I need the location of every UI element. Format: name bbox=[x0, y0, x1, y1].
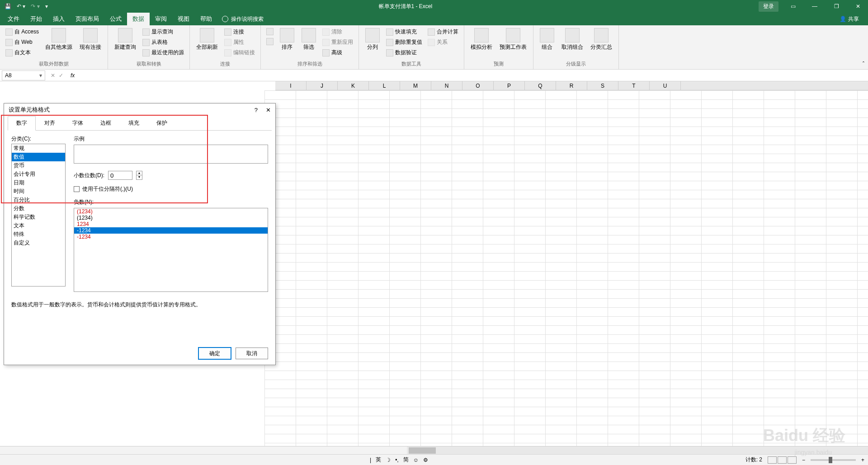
redo-icon[interactable]: ↷ ▾ bbox=[31, 3, 39, 9]
category-item[interactable]: 分数 bbox=[12, 204, 65, 213]
undo-icon[interactable]: ↶ ▾ bbox=[17, 3, 25, 9]
ime-punct-icon[interactable]: •, bbox=[395, 457, 399, 463]
ime-moon-icon[interactable]: ☽ bbox=[386, 457, 391, 463]
data-validation-button[interactable]: 数据验证 bbox=[384, 48, 424, 57]
sort-desc-button[interactable] bbox=[264, 37, 275, 46]
name-box[interactable]: A8▾ bbox=[2, 70, 45, 80]
tab-review[interactable]: 审阅 bbox=[150, 13, 172, 25]
remove-duplicates-button[interactable]: 删除重复值 bbox=[384, 38, 424, 47]
dialog-help-button[interactable]: ? bbox=[255, 107, 258, 113]
category-item[interactable]: 时间 bbox=[12, 187, 65, 196]
column-header[interactable]: P bbox=[494, 81, 525, 90]
zoom-slider[interactable] bbox=[811, 459, 856, 461]
negatives-list[interactable]: (1234)(1234)1234-1234-1234 bbox=[74, 208, 268, 292]
minimize-icon[interactable]: — bbox=[805, 0, 825, 13]
from-access-button[interactable]: 自 Access bbox=[4, 27, 41, 37]
ime-emoji-icon[interactable]: ☺ bbox=[413, 457, 419, 463]
column-header[interactable]: L bbox=[369, 81, 400, 90]
new-query-button[interactable]: 新建查询 bbox=[112, 27, 139, 52]
column-header[interactable]: J bbox=[307, 81, 338, 90]
from-web-button[interactable]: 自 Web bbox=[4, 38, 41, 47]
dialog-title-bar[interactable]: 设置单元格格式 ? ✕ bbox=[4, 103, 275, 116]
ribbon-options-icon[interactable]: ▭ bbox=[783, 0, 803, 13]
maximize-icon[interactable]: ❐ bbox=[826, 0, 846, 13]
fx-icon[interactable]: fx bbox=[67, 72, 78, 79]
scroll-thumb[interactable] bbox=[409, 447, 436, 454]
recent-sources-button[interactable]: 最近使用的源 bbox=[141, 48, 186, 57]
spinner-up-icon[interactable]: ▲ bbox=[137, 171, 142, 175]
properties-button[interactable]: 属性 bbox=[222, 38, 257, 47]
column-header[interactable]: O bbox=[462, 81, 494, 90]
zoom-in-button[interactable]: + bbox=[861, 457, 864, 463]
tab-fill[interactable]: 填充 bbox=[120, 116, 148, 130]
column-header[interactable]: U bbox=[650, 81, 681, 90]
negative-format-item[interactable]: -1234 bbox=[74, 227, 268, 234]
group-button[interactable]: 组合 bbox=[537, 27, 557, 52]
category-item[interactable]: 特殊 bbox=[12, 230, 65, 239]
column-header[interactable]: N bbox=[431, 81, 462, 90]
column-header[interactable]: R bbox=[556, 81, 587, 90]
collapse-ribbon-icon[interactable]: ˆ bbox=[863, 61, 864, 67]
tab-home[interactable]: 开始 bbox=[25, 13, 47, 25]
ungroup-button[interactable]: 取消组合 bbox=[559, 27, 586, 52]
spinner-down-icon[interactable]: ▼ bbox=[137, 175, 142, 179]
category-item[interactable]: 自定义 bbox=[12, 239, 65, 247]
connections-button[interactable]: 连接 bbox=[222, 27, 257, 37]
negative-format-item[interactable]: 1234 bbox=[74, 221, 268, 227]
negative-format-item[interactable]: -1234 bbox=[74, 234, 268, 240]
category-item[interactable]: 会计专用 bbox=[12, 170, 65, 178]
horizontal-scrollbar[interactable] bbox=[0, 446, 868, 454]
negative-format-item[interactable]: (1234) bbox=[74, 208, 268, 215]
tab-insert[interactable]: 插入 bbox=[47, 13, 70, 25]
reapply-button[interactable]: 重新应用 bbox=[321, 38, 355, 47]
subtotal-button[interactable]: 分类汇总 bbox=[588, 27, 615, 52]
thousands-checkbox[interactable] bbox=[74, 186, 80, 192]
refresh-all-button[interactable]: 全部刷新 bbox=[193, 27, 221, 52]
from-text-button[interactable]: 自文本 bbox=[4, 48, 41, 57]
qat-dropdown-icon[interactable]: ▾ bbox=[45, 3, 48, 9]
from-table-button[interactable]: 从表格 bbox=[141, 38, 186, 47]
category-item[interactable]: 货币 bbox=[12, 161, 65, 170]
tab-formulas[interactable]: 公式 bbox=[104, 13, 127, 25]
filter-button[interactable]: 筛选 bbox=[299, 27, 319, 52]
category-item[interactable]: 文本 bbox=[12, 221, 65, 230]
existing-connections-button[interactable]: 现有连接 bbox=[77, 27, 104, 52]
advanced-filter-button[interactable]: 高级 bbox=[321, 48, 355, 57]
page-layout-view-button[interactable] bbox=[778, 456, 787, 464]
relationships-button[interactable]: 关系 bbox=[426, 38, 460, 47]
tab-protection[interactable]: 保护 bbox=[148, 116, 176, 130]
what-if-button[interactable]: 模拟分析 bbox=[468, 27, 495, 52]
zoom-out-button[interactable]: − bbox=[802, 457, 805, 463]
category-list[interactable]: 常规数值货币会计专用日期时间百分比分数科学记数文本特殊自定义 bbox=[11, 144, 66, 287]
save-icon[interactable]: 💾 bbox=[5, 3, 11, 9]
column-header[interactable]: T bbox=[618, 81, 650, 90]
column-header[interactable]: S bbox=[587, 81, 618, 90]
tab-data[interactable]: 数据 bbox=[127, 13, 150, 25]
ime-simp[interactable]: 简 bbox=[403, 456, 409, 463]
dialog-close-button[interactable]: ✕ bbox=[266, 107, 271, 113]
column-header[interactable]: K bbox=[338, 81, 369, 90]
category-item[interactable]: 数值 bbox=[12, 153, 65, 161]
category-item[interactable]: 百分比 bbox=[12, 196, 65, 204]
column-header[interactable]: I bbox=[275, 81, 307, 90]
tab-file[interactable]: 文件 bbox=[2, 13, 25, 25]
sort-asc-button[interactable] bbox=[264, 27, 275, 36]
from-other-button[interactable]: 自其他来源 bbox=[42, 27, 75, 52]
cancel-formula-icon[interactable]: ✕ bbox=[51, 72, 55, 79]
ok-button[interactable]: 确定 bbox=[198, 348, 231, 359]
consolidate-button[interactable]: 合并计算 bbox=[426, 27, 460, 37]
text-to-columns-button[interactable]: 分列 bbox=[363, 27, 382, 52]
decimal-spinner[interactable]: ▲▼ bbox=[136, 171, 142, 180]
sort-button[interactable]: 排序 bbox=[277, 27, 297, 52]
forecast-button[interactable]: 预测工作表 bbox=[497, 27, 529, 52]
page-break-view-button[interactable] bbox=[788, 456, 797, 464]
tab-view[interactable]: 视图 bbox=[172, 13, 195, 25]
column-header[interactable]: M bbox=[400, 81, 431, 90]
column-header[interactable]: Q bbox=[525, 81, 556, 90]
tell-me-search[interactable]: 操作说明搜索 bbox=[222, 15, 264, 23]
tab-alignment[interactable]: 对齐 bbox=[36, 116, 64, 130]
category-item[interactable]: 科学记数 bbox=[12, 213, 65, 221]
negative-format-item[interactable]: (1234) bbox=[74, 215, 268, 221]
show-query-button[interactable]: 显示查询 bbox=[141, 27, 186, 37]
cancel-button[interactable]: 取消 bbox=[236, 348, 268, 359]
